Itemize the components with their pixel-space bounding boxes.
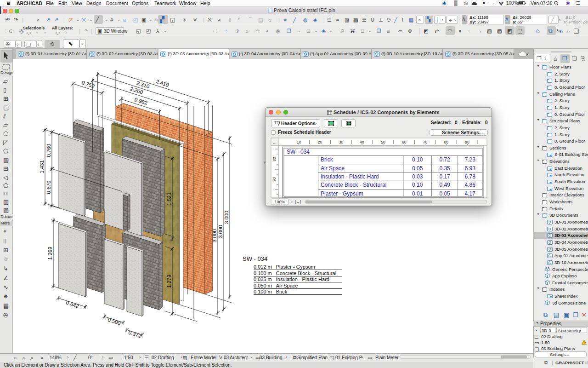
svg-text:Brick: Brick (321, 156, 334, 163)
svg-text:Air Space: Air Space (321, 165, 345, 172)
svg-text:2.260: 2.260 (130, 86, 144, 95)
svg-text:70: 70 (423, 140, 428, 144)
svg-text:SW - 034: SW - 034 (287, 149, 310, 155)
svg-text:0.01: 0.01 (412, 190, 423, 197)
svg-text:0.10: 0.10 (412, 182, 423, 188)
svg-text:0.10: 0.10 (412, 156, 423, 163)
svg-text:40: 40 (360, 140, 364, 144)
svg-text:3.000: 3.000 (212, 229, 217, 242)
svg-text:!: ! (584, 341, 585, 345)
svg-text:4.86: 4.86 (465, 182, 476, 188)
svg-text:|↔|: |↔| (295, 200, 301, 204)
svg-text:0.372: 0.372 (128, 329, 142, 339)
svg-text:0.642: 0.642 (65, 300, 79, 309)
svg-text:1.269: 1.269 (47, 247, 53, 260)
svg-text:4.17: 4.17 (465, 190, 476, 197)
svg-text:1.431: 1.431 (39, 160, 45, 173)
svg-text:0.35: 0.35 (439, 165, 450, 172)
svg-text:60: 60 (402, 140, 407, 144)
svg-text:10: 10 (297, 140, 301, 144)
svg-text:90: 90 (465, 140, 469, 144)
svg-text:...: ... (273, 140, 277, 144)
svg-text:6.78: 6.78 (465, 173, 476, 180)
svg-text:7.23: 7.23 (465, 156, 476, 163)
svg-text:Insulation - Plastic Hard: Insulation - Plastic Hard (321, 173, 379, 180)
svg-text:0.05: 0.05 (439, 190, 450, 197)
svg-text:0.982: 0.982 (134, 97, 148, 106)
svg-text:Plaster - Gypsum: Plaster - Gypsum (321, 190, 363, 197)
svg-text:1.521: 1.521 (166, 192, 172, 206)
svg-text:3.000: 3.000 (224, 211, 229, 224)
svg-text:0.05: 0.05 (412, 165, 423, 172)
svg-text:0.49: 0.49 (439, 182, 450, 188)
svg-text:0.500: 0.500 (107, 317, 121, 326)
svg-text:3.000: 3.000 (218, 225, 223, 238)
svg-text:6.93: 6.93 (465, 165, 476, 172)
svg-text:100%: 100% (274, 200, 285, 204)
svg-text:›: › (291, 200, 293, 204)
svg-text:0.760: 0.760 (46, 144, 51, 157)
svg-text:0.17: 0.17 (439, 173, 450, 180)
svg-text:0.03: 0.03 (412, 173, 423, 180)
svg-text:80: 80 (272, 157, 277, 161)
svg-text:90: 90 (272, 177, 277, 182)
svg-text:Concrete Block - Structural: Concrete Block - Structural (321, 182, 386, 188)
svg-text:50: 50 (381, 140, 385, 144)
svg-text:0.752: 0.752 (81, 80, 95, 89)
svg-text:2.410: 2.410 (155, 79, 170, 88)
svg-text:1.279: 1.279 (166, 275, 172, 288)
svg-text:20: 20 (318, 140, 322, 144)
svg-text:30: 30 (339, 140, 344, 144)
svg-text:0.72: 0.72 (439, 156, 450, 163)
svg-text:0.670: 0.670 (46, 181, 51, 194)
svg-text:80: 80 (444, 140, 449, 144)
